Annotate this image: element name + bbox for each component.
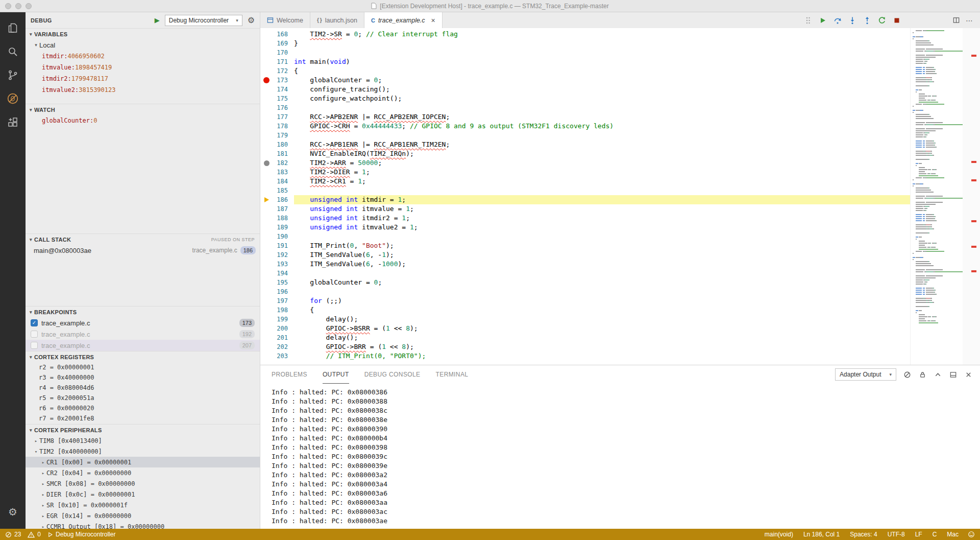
code-line[interactable]: 173 globalCounter = 0; (260, 76, 980, 85)
code-line[interactable]: 168 TIM2->SR = 0; // Clear interrupt fla… (260, 30, 980, 39)
status-item[interactable]: C (933, 531, 937, 538)
editor[interactable]: 168 TIM2->SR = 0; // Clear interrupt fla… (260, 28, 980, 365)
editor-gutter-cell[interactable]: 171 (260, 57, 294, 66)
editor-gutter-cell[interactable]: 178 (260, 122, 294, 131)
register-row[interactable]: r2 = 0x00000001 (26, 362, 260, 372)
code-line[interactable]: 178 GPIOC->CRH = 0x44444433; // GPIOC 8 … (260, 122, 980, 131)
close-tab-icon[interactable]: × (431, 16, 435, 25)
registers-section-header[interactable]: ▾ CORTEX REGISTERS (26, 351, 260, 362)
extensions-icon[interactable] (0, 110, 26, 134)
peripheral-row[interactable]: ▸EGR [0x14] = 0x00000000 (26, 510, 260, 521)
editor-gutter-cell[interactable]: 192 (260, 250, 294, 260)
toolbar-drag-handle[interactable] (803, 15, 813, 26)
editor-gutter-cell[interactable]: 177 (260, 112, 294, 122)
variable-row[interactable]: itmvalue2: 3815390123 (26, 84, 260, 96)
panel-tab-terminal[interactable]: TERMINAL (436, 365, 469, 384)
debug-config-select[interactable]: Debug Microcontroller ▾ (165, 15, 242, 26)
code-line[interactable]: 171int main(void) (260, 57, 980, 66)
callstack-frame[interactable]: main@0x080003aetrace_example.c186 (26, 245, 260, 256)
editor-gutter-cell[interactable]: 196 (260, 287, 294, 296)
code-line[interactable]: 183 TIM2->DIER = 1; (260, 168, 980, 177)
editor-gutter-cell[interactable]: 182 (260, 158, 294, 168)
editor-gutter-cell[interactable]: 197 (260, 296, 294, 306)
code-line[interactable]: 197 for (;;) (260, 296, 980, 306)
explorer-icon[interactable] (0, 16, 26, 40)
breakpoint-row[interactable]: trace_example.c207 (26, 340, 260, 351)
peripheral-row[interactable]: ▸CCMR1_Output [0x18] = 0x00000000 (26, 521, 260, 529)
variable-row[interactable]: itmdir2: 1799478117 (26, 73, 260, 84)
editor-gutter-cell[interactable]: 176 (260, 103, 294, 112)
code-line[interactable]: 194 (260, 269, 980, 278)
editor-gutter-cell[interactable]: 168 (260, 30, 294, 39)
register-row[interactable]: r5 = 0x2000051a (26, 393, 260, 403)
code-line[interactable]: 182 TIM2->ARR = 50000; (260, 158, 980, 168)
scope-row-local[interactable]: ▾ Local (26, 39, 260, 51)
settings-gear-icon[interactable]: ⚙ (0, 500, 26, 524)
step-over-button[interactable] (832, 15, 843, 26)
tab-launch-json[interactable]: { } launch.json (310, 12, 364, 28)
code-line[interactable]: 191 ITM_Print(0, "Boot"); (260, 241, 980, 250)
editor-gutter-cell[interactable]: 187 (260, 204, 294, 214)
tab-welcome[interactable]: Welcome (260, 12, 310, 28)
status-item[interactable]: Mac (947, 531, 959, 538)
code-line[interactable]: 196 (260, 287, 980, 296)
status-item[interactable]: Spaces: 4 (850, 531, 877, 538)
watch-section-header[interactable]: ▾ WATCH (26, 104, 260, 115)
editor-gutter-cell[interactable]: 203 (260, 351, 294, 361)
debug-status[interactable]: Debug Microcontroller (47, 531, 115, 538)
status-item[interactable]: main(void) (765, 531, 793, 538)
code-line[interactable]: 200 GPIOC->BSRR = (1 << 8); (260, 324, 980, 333)
editor-gutter-cell[interactable]: 186 (260, 195, 294, 204)
debug-icon[interactable] (0, 87, 26, 110)
editor-gutter-cell[interactable]: 195 (260, 278, 294, 287)
status-item[interactable]: LF (915, 531, 922, 538)
editor-gutter-cell[interactable]: 180 (260, 140, 294, 149)
tab-trace-example-c[interactable]: C trace_example.c × (364, 12, 443, 28)
editor-gutter-cell[interactable]: 169 (260, 39, 294, 48)
close-panel-icon[interactable] (964, 370, 973, 379)
warning-count[interactable]: 0 (28, 531, 41, 538)
editor-gutter-cell[interactable]: 200 (260, 324, 294, 333)
peripheral-row[interactable]: ▾TIM2 [0x40000000] (26, 446, 260, 457)
panel-tab-debug-console[interactable]: DEBUG CONSOLE (364, 365, 421, 384)
restart-button[interactable] (877, 15, 887, 26)
minimap[interactable] (910, 28, 963, 365)
peripheral-row[interactable]: ▸TIM8 [0x40013400] (26, 435, 260, 446)
editor-gutter-cell[interactable]: 189 (260, 223, 294, 232)
stop-button[interactable] (892, 15, 902, 26)
editor-gutter-cell[interactable]: 179 (260, 131, 294, 140)
source-control-icon[interactable] (0, 63, 26, 87)
code-line[interactable]: 169} (260, 39, 980, 48)
editor-gutter-cell[interactable]: 185 (260, 186, 294, 195)
zoom-window-button[interactable] (26, 3, 32, 9)
peripheral-row[interactable]: ▸SR [0x10] = 0x0000001f (26, 500, 260, 510)
code-line[interactable]: 184 TIM2->CR1 = 1; (260, 177, 980, 186)
code-line[interactable]: 175 configure_watchpoint(); (260, 94, 980, 103)
editor-gutter-cell[interactable]: 190 (260, 232, 294, 241)
code-line[interactable]: 187 unsigned int itmvalue = 1; (260, 204, 980, 214)
code-line[interactable]: 189 unsigned int itmvalue2 = 1; (260, 223, 980, 232)
status-item[interactable]: UTF-8 (888, 531, 905, 538)
editor-gutter-cell[interactable]: 184 (260, 177, 294, 186)
configure-gear-icon[interactable]: ⚙ (248, 15, 255, 25)
code-line[interactable]: 170 (260, 48, 980, 57)
output-channel-select[interactable]: Adapter Output ▾ (835, 368, 896, 381)
code-line[interactable]: 188 unsigned int itmdir2 = 1; (260, 214, 980, 223)
editor-gutter-cell[interactable]: 172 (260, 66, 294, 76)
register-row[interactable]: r3 = 0x40000000 (26, 372, 260, 383)
code-line[interactable]: 198 { (260, 306, 980, 315)
editor-gutter-cell[interactable]: 170 (260, 48, 294, 57)
editor-gutter-cell[interactable]: 173 (260, 76, 294, 85)
editor-gutter-cell[interactable]: 193 (260, 260, 294, 269)
error-count[interactable]: 23 (5, 531, 21, 538)
code-line[interactable]: 192 ITM_SendValue(6, -1); (260, 250, 980, 260)
start-debugging-button[interactable]: ▶ (155, 16, 160, 24)
output-lines[interactable]: Info : halted: PC: 0x08000386Info : halt… (260, 384, 980, 529)
peripheral-row[interactable]: ▸CR2 [0x04] = 0x00000000 (26, 467, 260, 478)
code-line[interactable]: 202 GPIOC->BRR = (1 << 8); (260, 342, 980, 351)
breakpoint-checkbox[interactable]: ✓ (31, 319, 38, 326)
clear-output-icon[interactable] (902, 370, 912, 379)
code-line[interactable]: 181 NVIC_EnableIRQ(TIM2_IRQn); (260, 149, 980, 158)
editor-gutter-cell[interactable]: 183 (260, 168, 294, 177)
editor-gutter-cell[interactable]: 188 (260, 214, 294, 223)
